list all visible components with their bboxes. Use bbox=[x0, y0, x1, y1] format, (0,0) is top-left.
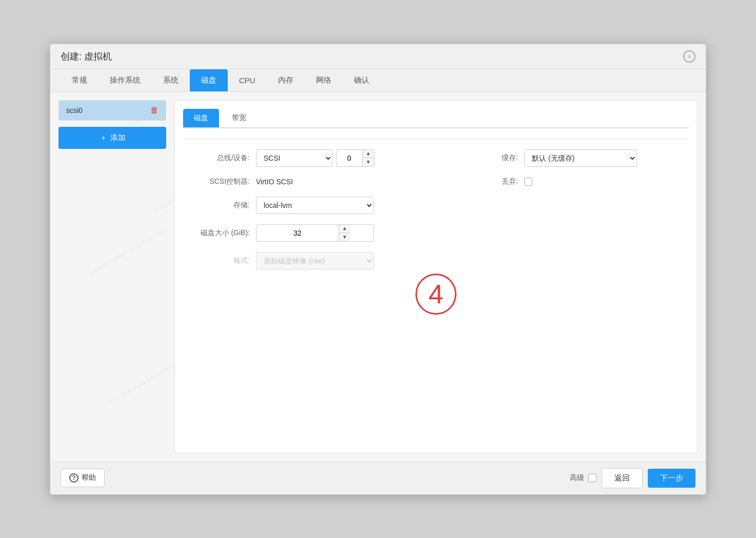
storage-label: 存储: bbox=[183, 201, 250, 210]
disk-size-decrement-button[interactable]: ▼ bbox=[339, 233, 350, 242]
nav-tabs: 常规 操作系统 系统 磁盘 CPU 内存 网络 确认 bbox=[50, 69, 706, 92]
footer: ? 帮助 高级 返回 下一步 bbox=[50, 462, 706, 494]
disk-size-label: 磁盘大小 (GiB): bbox=[183, 228, 250, 238]
storage-select[interactable]: local-lvm local bbox=[256, 197, 374, 214]
help-label: 帮助 bbox=[82, 473, 96, 483]
tab-cpu[interactable]: CPU bbox=[228, 70, 267, 91]
device-value-input[interactable] bbox=[336, 154, 362, 162]
footer-right: 高级 返回 下一步 bbox=[570, 468, 695, 488]
step-indicator: 4 bbox=[415, 274, 456, 315]
bus-device-row: 总线/设备: SCSI IDE SATA VirtIO Block bbox=[183, 149, 421, 167]
sidebar-wrapper: scsi0 🗑 ＋ 添加 bbox=[58, 100, 166, 453]
title-bar: 创建: 虚拟机 × bbox=[50, 44, 706, 69]
disk-size-value-input[interactable] bbox=[256, 229, 339, 237]
cache-row: 缓存: 默认 (无缓存) 直接同步 写透 回写 不缓存 仅元数据 bbox=[451, 149, 689, 167]
storage-row: 存储: local-lvm local bbox=[183, 197, 421, 214]
main-content: hxxps://www.proxmox.com hxxps://www.prox… bbox=[50, 92, 706, 462]
help-icon: ? bbox=[69, 473, 78, 483]
tab-system[interactable]: 系统 bbox=[152, 69, 190, 91]
form-left: 总线/设备: SCSI IDE SATA VirtIO Block bbox=[183, 149, 421, 280]
right-panel: 磁盘 带宽 总线/设备: SCSI IDE SATA bbox=[174, 100, 698, 453]
tab-confirm[interactable]: 确认 bbox=[343, 69, 381, 91]
cache-label: 缓存: bbox=[451, 153, 518, 163]
device-increment-button[interactable]: ▲ bbox=[363, 149, 374, 158]
dialog-title: 创建: 虚拟机 bbox=[61, 50, 112, 63]
discard-label: 丢弃: bbox=[451, 177, 518, 186]
inner-tab-disk[interactable]: 磁盘 bbox=[183, 109, 219, 127]
add-button-label: 添加 bbox=[110, 133, 126, 143]
form-section: 总线/设备: SCSI IDE SATA VirtIO Block bbox=[183, 149, 689, 280]
format-row: 格式: 原始磁盘映像 (raw) bbox=[183, 252, 421, 270]
format-label: 格式: bbox=[183, 256, 250, 265]
tab-disk[interactable]: 磁盘 bbox=[190, 69, 228, 91]
tab-general[interactable]: 常规 bbox=[61, 69, 98, 91]
device-spinner-buttons: ▲ ▼ bbox=[362, 149, 374, 167]
advanced-checkbox[interactable] bbox=[588, 474, 596, 482]
delete-icon[interactable]: 🗑 bbox=[150, 106, 158, 115]
tab-memory[interactable]: 内存 bbox=[267, 69, 305, 91]
add-button[interactable]: ＋ 添加 bbox=[58, 127, 166, 149]
sidebar-item-scsi0[interactable]: scsi0 🗑 bbox=[59, 101, 166, 120]
sidebar: scsi0 🗑 bbox=[58, 100, 166, 121]
advanced-section: 高级 bbox=[570, 473, 596, 483]
discard-row: 丢弃: bbox=[451, 177, 689, 186]
device-decrement-button[interactable]: ▼ bbox=[363, 158, 374, 167]
scsi-controller-value: VirtIO SCSI bbox=[256, 178, 293, 186]
tab-network[interactable]: 网络 bbox=[305, 69, 343, 91]
advanced-label: 高级 bbox=[570, 473, 584, 483]
bus-label: 总线/设备: bbox=[183, 153, 250, 163]
next-button[interactable]: 下一步 bbox=[648, 469, 695, 488]
form-right: 缓存: 默认 (无缓存) 直接同步 写透 回写 不缓存 仅元数据 丢弃: bbox=[451, 149, 689, 280]
discard-checkbox[interactable] bbox=[524, 178, 532, 186]
device-spinner: ▲ ▼ bbox=[336, 149, 374, 167]
scsi-controller-label: SCSI控制器: bbox=[183, 177, 250, 186]
scsi-controller-row: SCSI控制器: VirtIO SCSI bbox=[183, 177, 421, 186]
inner-tab-bandwidth[interactable]: 带宽 bbox=[221, 109, 257, 127]
close-button[interactable]: × bbox=[683, 50, 695, 63]
sidebar-item-label: scsi0 bbox=[66, 106, 83, 114]
main-dialog: 创建: 虚拟机 × 常规 操作系统 系统 磁盘 CPU 内存 网络 确认 hxx… bbox=[50, 44, 706, 495]
format-select[interactable]: 原始磁盘映像 (raw) bbox=[256, 252, 374, 270]
disk-size-increment-button[interactable]: ▲ bbox=[339, 224, 350, 233]
disk-size-spinner: ▲ ▼ bbox=[256, 224, 374, 242]
tab-os[interactable]: 操作系统 bbox=[98, 69, 152, 91]
footer-left: ? 帮助 bbox=[61, 469, 105, 487]
add-plus-icon: ＋ bbox=[100, 133, 107, 143]
back-button[interactable]: 返回 bbox=[602, 468, 643, 488]
disk-size-spinner-buttons: ▲ ▼ bbox=[339, 224, 350, 242]
cache-select[interactable]: 默认 (无缓存) 直接同步 写透 回写 不缓存 仅元数据 bbox=[524, 149, 637, 167]
inner-tabs: 磁盘 带宽 bbox=[183, 109, 689, 128]
disk-size-row: 磁盘大小 (GiB): ▲ ▼ bbox=[183, 224, 421, 242]
bus-select[interactable]: SCSI IDE SATA VirtIO Block bbox=[256, 149, 333, 167]
bus-controls: SCSI IDE SATA VirtIO Block ▲ ▼ bbox=[256, 149, 421, 167]
help-button[interactable]: ? 帮助 bbox=[61, 469, 105, 487]
form-divider bbox=[183, 139, 689, 139]
